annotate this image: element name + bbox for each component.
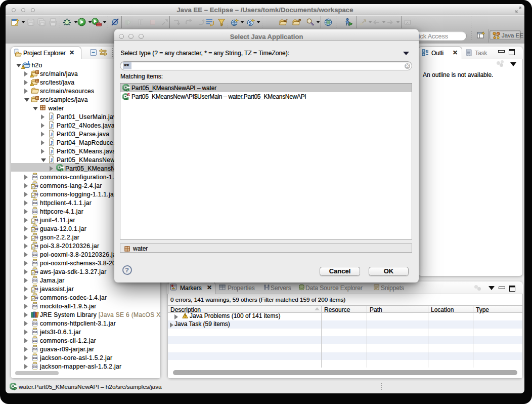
svg-text:S: S [249,20,252,26]
